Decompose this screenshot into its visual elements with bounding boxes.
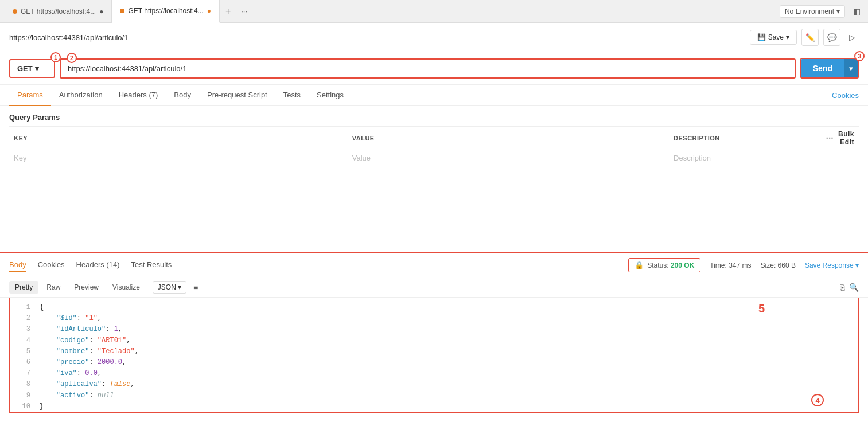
resp-body-actions: ⎘ 🔍 <box>840 283 859 292</box>
annotation-2: 2 <box>67 53 77 63</box>
code-line-9: 9 "activo": null <box>19 390 849 401</box>
rb-tab-preview[interactable]: Preview <box>68 281 104 294</box>
value-column-header: VALUE <box>348 127 669 150</box>
query-params-section: Query Params KEY VALUE DESCRIPTION ··· B… <box>0 106 868 166</box>
status-text: Status: 200 OK <box>647 261 694 269</box>
tab-2-close[interactable]: ● <box>207 7 211 15</box>
value-cell[interactable]: Value <box>348 150 669 166</box>
url-bar-actions: 💾 Save ▾ ✏️ 💬 ▷ <box>750 29 859 46</box>
response-code-area: 1 { 2 "$id": "1", 3 "idArticulo": 1, 4 "… <box>10 298 858 412</box>
wrap-text-icon[interactable]: ≡ <box>193 283 198 292</box>
description-cell[interactable]: Description <box>669 150 822 166</box>
code-line-3: 3 "idArticulo": 1, <box>19 324 849 335</box>
status-code: 200 OK <box>671 261 694 269</box>
tabs-overflow-button[interactable]: ··· <box>236 7 252 15</box>
save-label: Save <box>768 33 784 41</box>
annotation-4: 4 <box>811 394 824 406</box>
response-section: Body Cookies Headers (14) Test Results 🔒… <box>0 252 868 430</box>
save-dropdown-icon: ▾ <box>786 33 789 41</box>
tab-body[interactable]: Body <box>166 85 199 106</box>
url-input[interactable] <box>61 60 795 77</box>
tab-1-label: GET https://localhost:4... <box>21 7 96 15</box>
tab-method-dot-2 <box>120 9 124 13</box>
code-line-2: 2 "$id": "1", <box>19 313 849 324</box>
rb-tab-pretty[interactable]: Pretty <box>9 281 38 294</box>
tab-bar: GET https://localhost:4... ● GET https:/… <box>0 0 868 23</box>
tab-1-dot: ● <box>99 7 103 15</box>
send-button-wrapper: Send ▾ <box>800 58 859 79</box>
method-dropdown-icon: ▾ <box>35 64 39 73</box>
row-actions <box>822 150 859 166</box>
format-label: JSON <box>158 283 176 291</box>
query-params-title: Query Params <box>9 113 859 122</box>
response-status-area: 🔒 Status: 200 OK Time: 347 ms Size: 660 … <box>628 258 859 272</box>
resp-tab-test-results[interactable]: Test Results <box>131 258 172 272</box>
edit-button[interactable]: ✏️ <box>801 29 819 46</box>
request-tabs: Params Authorization Headers (7) Body Pr… <box>0 85 868 106</box>
resp-tab-body[interactable]: Body <box>9 258 26 272</box>
url-input-wrapper: 2 <box>60 58 796 79</box>
table-row: Key Value Description <box>9 150 859 166</box>
code-line-4: 4 "codigo": "ART01", <box>19 335 849 346</box>
tab-headers[interactable]: Headers (7) <box>111 85 166 106</box>
method-label: GET <box>17 64 33 73</box>
environment-label: No Environment <box>785 7 834 15</box>
right-sidebar-toggle[interactable]: ▷ <box>845 30 859 44</box>
request-line: GET ▾ 1 2 Send ▾ 3 <box>0 52 868 85</box>
description-column-header: DESCRIPTION <box>669 127 822 150</box>
annotation-3: 3 <box>854 51 865 61</box>
code-line-8: 8 "aplicaIva": false, <box>19 379 849 390</box>
environment-selector[interactable]: No Environment ▾ <box>780 5 845 18</box>
save-icon: 💾 <box>757 33 766 41</box>
request-title: https://localhost:44381/api/articulo/1 <box>9 33 128 42</box>
code-line-7: 7 "iva": 0.0, <box>19 368 849 379</box>
rb-tab-raw[interactable]: Raw <box>41 281 66 294</box>
tab-2[interactable]: GET https://localhost:4... ● <box>112 0 219 23</box>
send-button[interactable]: Send <box>801 59 844 77</box>
rb-tab-visualize[interactable]: Visualize <box>107 281 146 294</box>
sidebar-toggle-button[interactable]: ◧ <box>850 5 863 18</box>
key-cell[interactable]: Key <box>9 150 348 166</box>
params-overflow-icon[interactable]: ··· <box>826 134 834 143</box>
copy-response-button[interactable]: ⎘ <box>840 283 844 292</box>
tab-settings[interactable]: Settings <box>309 85 352 106</box>
tab-method-dot-1 <box>13 9 17 14</box>
tab-tests[interactable]: Tests <box>275 85 309 106</box>
tab-bar-right: No Environment ▾ ◧ <box>780 5 863 18</box>
chevron-down-icon: ▾ <box>836 7 840 15</box>
new-tab-button[interactable]: + <box>220 6 236 17</box>
params-table: KEY VALUE DESCRIPTION ··· Bulk Edit <box>9 126 859 166</box>
save-button[interactable]: 💾 Save ▾ <box>750 30 797 45</box>
response-body-tabs: Pretty Raw Preview Visualize JSON ▾ ≡ ⎘ … <box>0 277 868 298</box>
annotation-5: 5 <box>758 302 765 315</box>
save-response-button[interactable]: Save Response ▾ <box>805 261 859 269</box>
response-size: Size: 660 B <box>761 261 796 269</box>
send-dropdown-button[interactable]: ▾ <box>844 59 858 77</box>
bulk-edit-button[interactable]: Bulk Edit <box>838 130 854 146</box>
tab-authorization[interactable]: Authorization <box>51 85 111 106</box>
search-response-button[interactable]: 🔍 <box>849 283 859 292</box>
cookies-link[interactable]: Cookies <box>832 85 859 105</box>
actions-column-header: ··· Bulk Edit <box>822 127 859 150</box>
resp-tab-headers[interactable]: Headers (14) <box>76 258 120 272</box>
url-bar-area: https://localhost:44381/api/articulo/1 💾… <box>0 23 868 52</box>
response-header: Body Cookies Headers (14) Test Results 🔒… <box>0 253 868 277</box>
response-time: Time: 347 ms <box>710 261 751 269</box>
key-column-header: KEY <box>9 127 348 150</box>
code-line-6: 6 "precio": 2000.0, <box>19 357 849 368</box>
code-line-10: 10 } <box>19 401 849 412</box>
comment-button[interactable]: 💬 <box>823 29 840 46</box>
status-badge: 🔒 Status: 200 OK <box>628 258 700 272</box>
method-selector[interactable]: GET ▾ <box>9 59 55 78</box>
status-icon: 🔒 <box>635 261 644 269</box>
code-line-1: 1 { <box>19 302 849 313</box>
format-selector[interactable]: JSON ▾ <box>153 281 186 294</box>
tab-2-label: GET https://localhost:4... <box>128 7 203 15</box>
format-dropdown-icon: ▾ <box>178 283 181 291</box>
resp-tab-cookies[interactable]: Cookies <box>38 258 65 272</box>
code-line-5: 5 "nombre": "Teclado", <box>19 346 849 357</box>
tab-pre-request[interactable]: Pre-request Script <box>199 85 275 106</box>
tab-params[interactable]: Params <box>9 85 51 106</box>
tab-1[interactable]: GET https://localhost:4... ● <box>5 0 112 23</box>
